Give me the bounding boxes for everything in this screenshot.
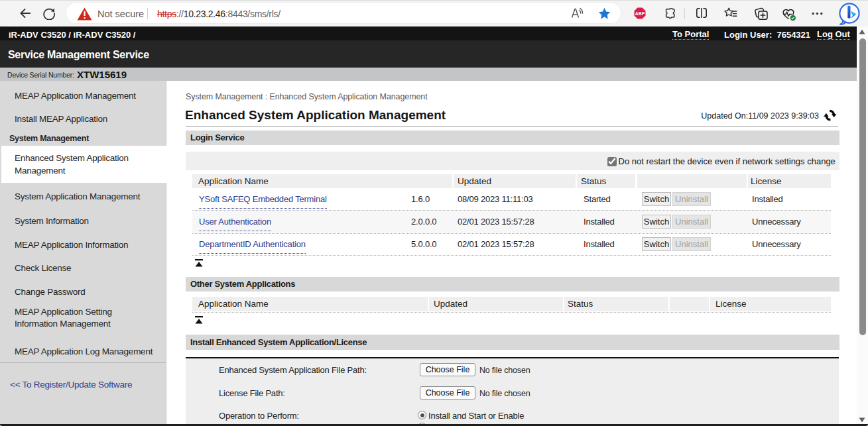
svg-text:ABP: ABP <box>635 11 645 16</box>
